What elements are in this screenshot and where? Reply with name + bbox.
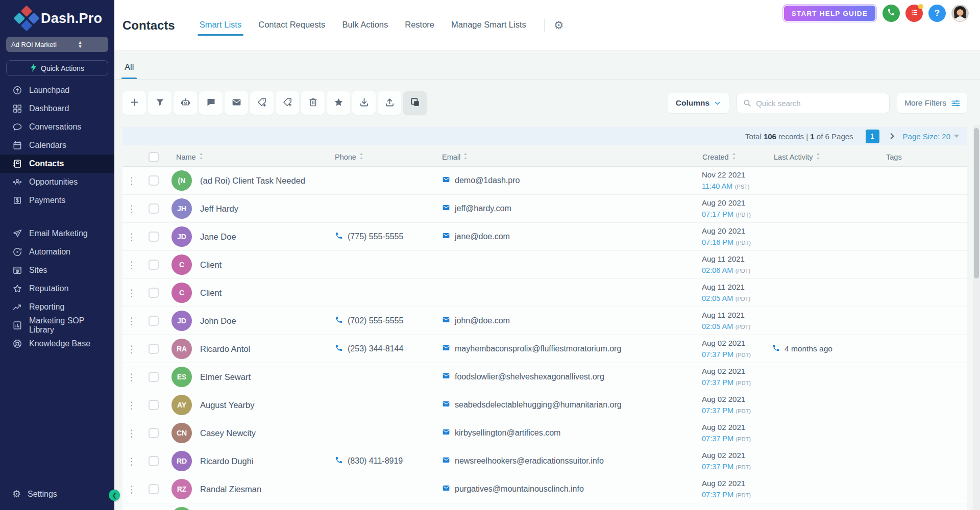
user-avatar[interactable] [951, 5, 969, 22]
table-row[interactable]: ⋮JDJohn Doe(702) 555-5555john@doe.comAug… [122, 307, 967, 335]
chevron-up-down-icon: ▲▼ [57, 40, 103, 48]
sidebar-item-sites[interactable]: Sites [0, 261, 114, 279]
row-menu-icon[interactable]: ⋮ [122, 371, 141, 383]
row-menu-icon[interactable]: ⋮ [122, 203, 141, 215]
contact-created: Aug 02 202107:37 PM (PDT) [699, 478, 771, 500]
more-filters-button[interactable]: More Filters [897, 93, 967, 113]
table-row[interactable]: ⋮CClientAug 11 202102:05 AM (PDT) [122, 279, 967, 307]
tab-restore[interactable]: Restore [405, 20, 434, 32]
sidebar-item-automation[interactable]: Automation [0, 243, 114, 261]
row-menu-icon[interactable]: ⋮ [122, 455, 141, 467]
tab-bulk-actions[interactable]: Bulk Actions [342, 20, 388, 32]
automation-bot-button[interactable] [174, 91, 197, 115]
sidebar-item-reporting[interactable]: Reporting [0, 298, 114, 316]
sidebar-item-marketing-sop-library[interactable]: Marketing SOP Library [0, 316, 114, 335]
table-row[interactable]: ⋮RARicardo Antol(253) 344-8144mayhembaco… [122, 335, 967, 363]
send-email-button[interactable] [225, 91, 248, 115]
row-menu-icon[interactable]: ⋮ [122, 399, 141, 411]
opportunities-icon [12, 177, 22, 187]
table-row[interactable]: ⋮(N(ad Roi) Client Task Neededdemo@1dash… [122, 167, 967, 195]
tab-contact-requests[interactable]: Contact Requests [258, 20, 325, 32]
row-menu-icon[interactable]: ⋮ [122, 175, 141, 187]
column-header-phone[interactable]: Phone [332, 153, 439, 161]
tabs-divider [544, 19, 545, 32]
sms-button[interactable] [199, 91, 223, 115]
delete-button[interactable] [301, 91, 325, 115]
table-row[interactable]: ⋮JDJane Doe(775) 555-5555jane@doe.comAug… [122, 223, 967, 251]
row-menu-icon[interactable]: ⋮ [122, 259, 141, 271]
table-row[interactable]: ⋮RDRicardo Dughi(830) 411-8919newsreelho… [122, 447, 967, 475]
row-checkbox[interactable] [149, 288, 159, 298]
row-checkbox[interactable] [149, 456, 159, 466]
sidebar-item-opportunities[interactable]: Opportunities [0, 173, 114, 191]
table-row[interactable]: ⋮ESElmer Sewartfoodslowlier@shelveshexag… [122, 363, 967, 391]
row-menu-icon[interactable]: ⋮ [122, 231, 141, 243]
sidebar-item-knowledge-base[interactable]: Knowledge Base [0, 335, 114, 353]
export-button[interactable] [378, 91, 401, 115]
table-row[interactable]: ⋮JHJeff Hardyjeff@hardy.comAug 20 202107… [122, 195, 967, 223]
column-header-email[interactable]: Email [439, 153, 699, 161]
import-button[interactable] [352, 91, 376, 115]
start-help-guide-button[interactable]: START HELP GUIDE [782, 4, 877, 22]
vertical-scrollbar[interactable] [973, 125, 980, 510]
help-button[interactable]: ? [928, 5, 946, 22]
column-header-tags[interactable]: Tags [883, 153, 967, 161]
row-menu-icon[interactable]: ⋮ [122, 315, 141, 327]
row-checkbox[interactable] [149, 428, 159, 438]
sidebar-item-conversations[interactable]: Conversations [0, 118, 114, 136]
sidebar-item-contacts[interactable]: Contacts [0, 155, 114, 173]
sidebar-collapse-button[interactable]: ❮ [109, 490, 120, 501]
row-checkbox[interactable] [149, 344, 159, 354]
page-1-button[interactable]: 1 [866, 130, 879, 143]
merge-button[interactable] [403, 91, 427, 115]
row-checkbox[interactable] [149, 203, 159, 214]
row-menu-icon[interactable]: ⋮ [122, 427, 141, 439]
sidebar-item-settings[interactable]: ⚙ Settings [0, 489, 114, 510]
row-checkbox[interactable] [149, 260, 159, 270]
sidebar-item-email-marketing[interactable]: Email Marketing [0, 224, 114, 243]
select-all-checkbox[interactable] [149, 152, 159, 162]
quick-search-input[interactable] [756, 99, 883, 108]
table-row[interactable]: ⋮RZRandal Ziesmanpurgatives@mountainousc… [122, 475, 967, 503]
favorite-button[interactable] [327, 91, 350, 115]
phone-dialer-button[interactable] [883, 5, 900, 22]
filter-button[interactable] [148, 91, 172, 115]
next-page-button[interactable] [889, 133, 896, 140]
sidebar-item-calendars[interactable]: Calendars [0, 136, 114, 155]
contact-name: John Doe [197, 316, 332, 326]
row-checkbox[interactable] [149, 232, 159, 242]
sidebar-item-dashboard[interactable]: Dashboard [0, 99, 114, 118]
row-checkbox[interactable] [149, 316, 159, 326]
remove-tag-button[interactable] [276, 91, 299, 115]
sidebar-item-launchpad[interactable]: Launchpad [0, 81, 114, 99]
add-contact-button[interactable] [122, 91, 146, 115]
row-menu-icon[interactable]: ⋮ [122, 287, 141, 299]
row-menu-icon[interactable]: ⋮ [122, 483, 141, 495]
quick-actions-button[interactable]: Quick Actions [6, 60, 108, 76]
column-header-last-activity[interactable]: Last Activity [771, 153, 883, 161]
sidebar-item-reputation[interactable]: Reputation [0, 279, 114, 298]
row-checkbox[interactable] [149, 372, 159, 382]
add-tag-button[interactable] [250, 91, 274, 115]
workspace-selector[interactable]: Ad ROI Marketing -- La... ▲▼ [6, 37, 108, 52]
columns-dropdown[interactable]: Columns [668, 93, 729, 113]
tab-smart-lists[interactable]: Smart Lists [200, 20, 242, 32]
page-size-dropdown[interactable]: Page Size: 20 [903, 132, 959, 141]
tag-x-icon [282, 97, 293, 110]
contacts-settings-gear-icon[interactable]: ⚙ [554, 20, 564, 31]
scrollbar-thumb[interactable] [974, 128, 979, 278]
row-checkbox[interactable] [149, 175, 159, 186]
smart-list-tab-all[interactable]: All [121, 62, 137, 79]
sidebar-item-payments[interactable]: Payments [0, 191, 114, 210]
column-header-created[interactable]: Created [699, 153, 771, 161]
notifications-button[interactable] [905, 5, 923, 22]
column-header-name[interactable]: Name [166, 153, 332, 161]
table-row[interactable]: ⋮CNCasey Newcitykirbysellington@artifice… [122, 419, 967, 447]
table-row[interactable]: ⋮ Aug 02 2021 [122, 503, 967, 510]
row-menu-icon[interactable]: ⋮ [122, 343, 141, 355]
row-checkbox[interactable] [149, 484, 159, 494]
table-row[interactable]: ⋮CClientAug 11 202102:06 AM (PDT) [122, 251, 967, 279]
tab-manage-smart-lists[interactable]: Manage Smart Lists [451, 20, 526, 32]
table-row[interactable]: ⋮AYAugust Yearbyseabedsdelectablehugging… [122, 391, 967, 419]
row-checkbox[interactable] [149, 400, 159, 410]
